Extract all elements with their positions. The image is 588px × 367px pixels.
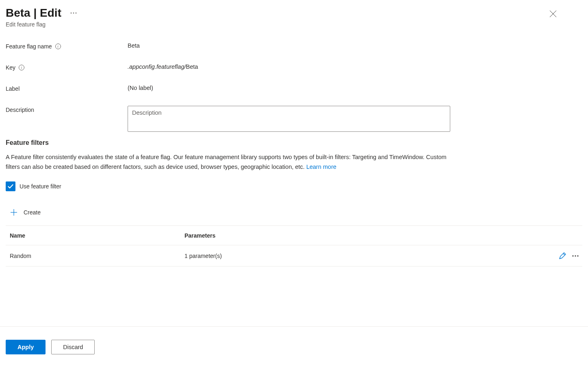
description-input[interactable]	[128, 106, 450, 132]
svg-line-7	[563, 253, 565, 255]
use-feature-filter-label: Use feature filter	[20, 183, 61, 190]
svg-point-9	[575, 255, 576, 256]
svg-point-2	[76, 13, 77, 14]
filters-description: A Feature filter consistently evaluates …	[6, 152, 455, 172]
plus-icon	[10, 208, 18, 216]
column-name-header: Name	[6, 232, 172, 239]
description-label: Description	[6, 106, 128, 113]
close-button[interactable]	[546, 7, 560, 21]
row-name: Random	[6, 253, 172, 259]
key-value: .appconfig.featureflag/Beta	[128, 63, 198, 70]
column-params-header: Parameters	[172, 232, 546, 239]
name-label: Feature flag name i	[6, 42, 128, 50]
label-value: (No label)	[128, 85, 153, 91]
create-filter-button[interactable]: Create	[10, 208, 41, 216]
svg-point-0	[71, 13, 72, 14]
filters-heading: Feature filters	[6, 139, 582, 146]
row-params: 1 parameter(s)	[172, 253, 546, 259]
svg-point-8	[572, 255, 573, 256]
name-value: Beta	[128, 42, 140, 49]
svg-point-10	[577, 255, 578, 256]
filters-table: Name Parameters Random 1 parameter(s)	[6, 225, 582, 267]
page-title: Beta | Edit	[6, 6, 61, 20]
svg-point-1	[73, 13, 74, 14]
edit-icon[interactable]	[558, 251, 567, 260]
info-icon[interactable]: i	[55, 44, 61, 49]
row-more-icon[interactable]	[571, 251, 580, 260]
label-label: Label	[6, 85, 128, 92]
page-subtitle: Edit feature flag	[6, 21, 78, 28]
header-more-icon[interactable]	[69, 8, 78, 18]
table-row: Random 1 parameter(s)	[6, 245, 582, 267]
learn-more-link[interactable]: Learn more	[306, 164, 336, 170]
use-feature-filter-checkbox[interactable]	[6, 181, 15, 191]
key-label: Key i	[6, 63, 128, 71]
discard-button[interactable]: Discard	[51, 340, 95, 354]
info-icon[interactable]: i	[19, 65, 24, 70]
apply-button[interactable]: Apply	[6, 340, 46, 354]
